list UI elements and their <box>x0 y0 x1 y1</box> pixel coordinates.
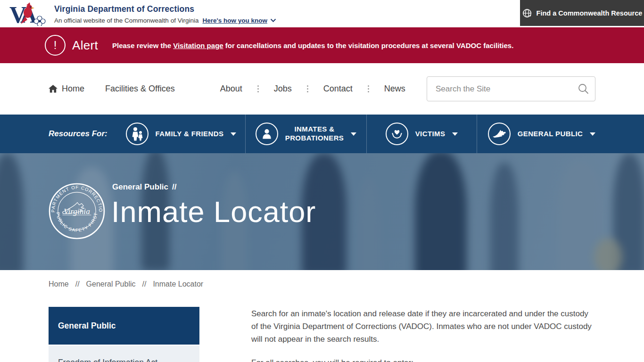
breadcrumb-separator: // <box>75 280 80 288</box>
search-requirements-lead: For all searches, you will be required t… <box>251 356 594 362</box>
caret-down-icon <box>590 132 595 136</box>
seal-center-text: Virginia <box>64 207 90 216</box>
nav-facilities-link[interactable]: Facilities & Offices <box>105 84 175 94</box>
resources-for-bar: Resources For: FAMILY & FRIENDS IN <box>0 115 644 153</box>
sidebar: General Public Freedom of Information Ac… <box>49 307 199 362</box>
visitation-page-link[interactable]: Visitation page <box>173 41 223 49</box>
search-icon[interactable] <box>578 83 589 94</box>
nav-contact-link[interactable]: Contact <box>323 84 353 94</box>
sidebar-header-general-public[interactable]: General Public <box>49 307 199 345</box>
caret-down-icon <box>452 132 458 136</box>
intro-paragraph: Search for an inmate's location and rele… <box>251 307 594 346</box>
hero-banner: DEPARTMENT OF CORRECTIONS PUBLIC SAFETY … <box>0 153 644 270</box>
victims-heart-hands-icon <box>386 123 408 145</box>
caret-down-icon <box>351 132 356 136</box>
main-content: Search for an inmate's location and rele… <box>251 307 594 362</box>
resources-general-public[interactable]: GENERAL PUBLIC <box>477 115 606 153</box>
family-icon <box>126 123 149 145</box>
nav-news-link[interactable]: News <box>384 84 405 94</box>
search-input[interactable] <box>427 76 595 101</box>
resources-inmates-probationers[interactable]: INMATES & PROBATIONERS <box>245 115 367 153</box>
nav-home-link[interactable]: Home <box>49 84 84 94</box>
official-site-text: An official website of the Commonwealth … <box>54 17 198 24</box>
alert-label: Alert <box>72 38 98 53</box>
page: VA Virginia Department of <box>0 0 644 362</box>
find-commonwealth-resource-button[interactable]: Find a Commonwealth Resource <box>520 0 644 26</box>
dots-separator-icon <box>307 85 308 92</box>
dots-separator-icon <box>257 85 259 92</box>
vadoc-seal: DEPARTMENT OF CORRECTIONS PUBLIC SAFETY … <box>48 182 106 240</box>
caret-down-icon <box>231 132 236 136</box>
site-title: Virginia Department of Corrections <box>54 4 276 14</box>
virginia-state-icon <box>488 123 511 145</box>
content-area: General Public Freedom of Information Ac… <box>49 307 594 362</box>
sidebar-item-foia[interactable]: Freedom of Information Act <box>49 346 199 362</box>
resources-for-label: Resources For: <box>49 115 107 153</box>
home-icon <box>49 85 58 93</box>
nav-jobs-link[interactable]: Jobs <box>274 84 292 94</box>
va-cardinal-logo[interactable]: VA <box>9 1 49 26</box>
nav-about-link[interactable]: About <box>220 84 242 94</box>
hero-eyebrow[interactable]: General Public// <box>112 182 177 192</box>
brand-block: Virginia Department of Corrections An of… <box>54 4 276 24</box>
alert-message: Please review the Visitation page for ca… <box>112 41 513 49</box>
dots-separator-icon <box>368 85 369 92</box>
inmate-icon <box>256 123 278 145</box>
site-header: VA Virginia Department of <box>0 0 644 27</box>
page-title: Inmate Locator <box>111 195 316 229</box>
breadcrumb-separator: // <box>142 280 147 288</box>
breadcrumb-inmate-locator: Inmate Locator <box>153 280 203 288</box>
exclamation-circle-icon: ! <box>45 35 66 56</box>
breadcrumb-general-public[interactable]: General Public <box>86 280 136 288</box>
site-search <box>427 76 595 101</box>
main-navigation: Home Facilities & Offices About Jobs Con… <box>0 63 644 115</box>
alert-banner: ! Alert Please review the Visitation pag… <box>0 27 644 63</box>
resources-victims[interactable]: VICTIMS <box>367 115 477 153</box>
heres-how-you-know-link[interactable]: Here's how you know <box>202 17 276 24</box>
chevron-down-icon <box>270 18 276 23</box>
breadcrumb: Home // General Public // Inmate Locator <box>49 280 203 288</box>
resources-family-friends[interactable]: FAMILY & FRIENDS <box>117 115 245 153</box>
breadcrumb-home[interactable]: Home <box>49 280 69 288</box>
globe-icon <box>522 8 532 18</box>
